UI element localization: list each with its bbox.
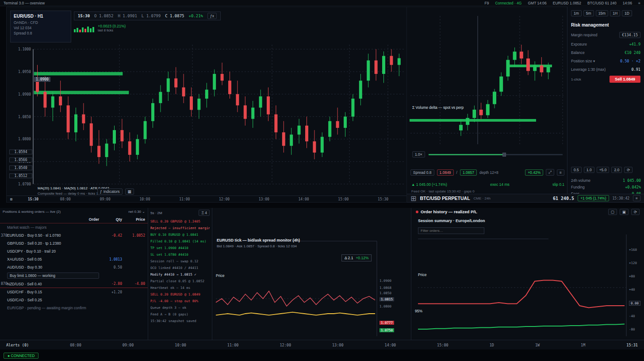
position-row[interactable]: Market watch — majors [0,223,148,231]
bid-chip[interactable]: 1.0849 [437,169,454,176]
journal-entry: 15:30:42 snapshot saved [150,318,210,324]
more-tools-button[interactable]: ▦ [125,188,134,195]
position-row[interactable]: 870NZD/USD · Sell 0.40-2.80-4.00 [0,280,148,288]
history-toolbar-icons: ▢▣⟳ [608,209,640,215]
position-row[interactable]: XAU/USD · Sell 0.051.0813 [0,255,148,263]
topbar-item[interactable]: ≡ [638,1,640,5]
history-axis-label: +40 [629,288,635,292]
tick-axis-label: 1.0815 [380,297,394,301]
lot-chip[interactable]: 1.0 [584,167,594,173]
timeline-label[interactable]: 1M [581,343,585,347]
journal-entry: P/L -4.00 — stop out 80% [150,298,210,304]
history-tool-icon[interactable]: ⟳ [631,209,640,215]
indicators-button[interactable]: ƒ Indicators [97,188,123,195]
timeline-label: 09:00 [123,343,134,347]
journal-entry: Session roll — swap 0.12 [150,258,210,265]
global-timeline[interactable]: Alerts (0)08:0009:0010:0011:0012:0013:00… [0,340,644,349]
indicator-fx-button[interactable]: ƒx [207,13,217,19]
position-row[interactable]: Buy limit 1.0800 — working [0,271,148,280]
risk-row-label: Position size ▾ [571,59,595,63]
position-row[interactable]: GBP/USD · Sell 0.20 · tp 1.2380 [0,239,148,247]
lot-chip[interactable]: ⟳ [624,167,632,173]
positions-column-label: Order [7,217,99,222]
history-axis-label: +80 [629,274,635,278]
journal-entry: Queue depth 3 — ok [150,304,210,311]
ticker-sub: CME · 24h [474,196,491,200]
position-desc: EUR/USD · Buy 0.50 · sl 1.0780 [7,233,99,238]
ticker-strip[interactable]: ⊞ BTC/USD PERPETUAL CME · 24h 61 240.5 +… [407,194,644,203]
menu-icon[interactable]: ≡ [557,169,564,176]
history-tool-icon[interactable]: ▣ [620,209,629,215]
lot-chip[interactable]: 0.5 [571,167,582,173]
sell-button[interactable]: Sell 1.0849 [610,76,640,83]
timeframe-chip[interactable]: 5m [583,10,594,16]
journal-panel: 5s · 2M Ξ 4 SELL 0.20 GBPUSD @ 1.2405Rej… [148,208,212,340]
ticker-menu-icon[interactable]: ≡ [633,195,640,201]
axis-session-label: 15:30 [28,197,46,201]
tick-axis-label: 1.0750 [380,328,394,332]
live-dot-icon [416,211,418,213]
expand-icon[interactable]: ⤢ [546,169,554,176]
time-axis-label: 13:00 [244,197,284,201]
order-price-tag[interactable]: 1.0594 [9,150,32,154]
lot-chip[interactable]: 2.0 [611,167,622,173]
position-row[interactable]: USD/CAD · Sell 0.25 [0,296,148,304]
order-price-tag[interactable]: 1.0512 [9,173,32,178]
journal-filter-chip[interactable]: Ξ 4 [199,210,210,216]
main-chart-panel: EUR/USD · H1 OANDA · CFD Vol 12 034 Spre… [6,7,407,203]
position-row[interactable]: USD/JPY · Buy 0.10 · trail 20 [0,247,148,255]
topbar-item[interactable]: 14:06 [623,1,632,5]
tick-chart-canvas[interactable] [212,208,411,340]
position-desc: USD/JPY · Buy 0.10 · trail 20 [7,249,99,253]
topbar-item: F9 [485,1,489,5]
journal-entry: Modify #4410 → 1.0815 ✓ [150,271,210,278]
timeline-label[interactable]: 1D [490,343,494,347]
ticker-symbol: BTC/USD PERPETUAL [420,196,470,201]
positions-collapse-toggle[interactable]: net 0.30 ⌄ [128,210,145,214]
slider-track[interactable] [429,154,563,155]
history-tool-icon[interactable]: ▢ [608,209,617,215]
grid-icon[interactable]: ⊞ [10,197,28,201]
fx-icon: ƒ [100,189,102,194]
position-row[interactable]: EUR/GBP · pending — awaiting margin conf… [0,304,148,312]
timeframe-chip[interactable]: 15m [596,10,609,16]
timeframe-chip[interactable]: 1m [571,10,582,16]
filter-orders-input[interactable] [418,227,484,234]
sparkline-bar [79,30,81,32]
footer-bar: ● CONNECTED [0,349,644,361]
order-price-tag[interactable]: 1.0566 [9,157,32,162]
stat-change: ▲ 1 045.00 (+1.74%) [411,182,447,187]
tick-axis-label: 1.0777 [380,321,394,325]
stat-exec: exec 14 ms [490,182,509,187]
ask-chip[interactable]: 1.0857 [460,169,477,176]
timeframe-chip[interactable]: 1H [610,10,620,16]
journal-header: 5s · 2M [150,211,162,215]
position-row[interactable]: USD/CHF · Buy 0.15+1.20 [0,288,148,296]
positions-table-body: Market watch — majors370EUR/USD · Buy 0.… [0,223,148,312]
sparkline-bar [82,27,84,32]
risk-row: Balance€10 240 [571,50,640,55]
lot-chip[interactable]: +5.0 [597,167,610,173]
order-price-tag[interactable]: 1.0540 [9,165,32,170]
timeline-label: 11:00 [227,343,239,347]
sparkline-bars [74,24,94,32]
position-id: 870 [0,282,7,286]
timeframe-chip[interactable]: 1D [622,10,632,16]
secondary-chart-canvas[interactable] [407,7,567,194]
sparkline-bar [87,27,89,32]
toolbar-time: 15:30 [78,14,90,18]
ticker-grid-icon[interactable]: ⊞ [410,194,416,203]
time-axis[interactable]: ⊞ 15:30 08:0009:0010:0011:0012:0013:0014… [7,196,406,202]
topbar-item: BTC/USD 61 240 [587,1,617,5]
sparkline-bar [77,28,78,32]
tick-chart-panel: EURUSD tick — bid/ask spread monitor (4h… [212,208,411,340]
timeline-label: 15:31 [626,343,638,347]
slider-handle[interactable] [502,153,506,157]
topbar-item: Connected · 4G [495,1,521,5]
timeline-label[interactable]: 1W [535,343,540,347]
position-row[interactable]: 370EUR/USD · Buy 0.50 · sl 1.0780-0.421.… [0,231,148,239]
position-row[interactable]: AUD/USD · Buy 0.300.50 [0,263,148,271]
symbol-label: EUR/USD · H1 [14,13,68,20]
zoom-slider[interactable]: 1.0× [412,151,563,157]
risk-row-label: Leverage 1:30 (max) [571,67,606,72]
